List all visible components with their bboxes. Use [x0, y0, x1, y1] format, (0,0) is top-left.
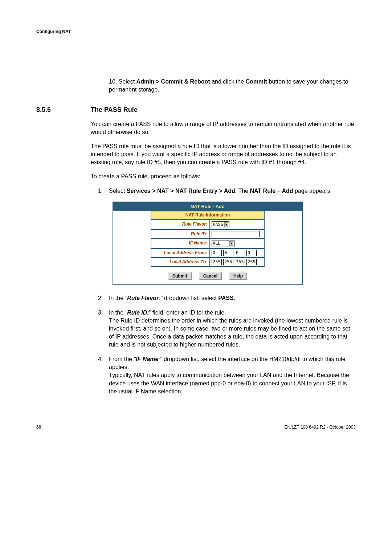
if-name-value: ALL	[213, 241, 221, 246]
step-3: 3. In the "Rule ID:" field, enter an ID …	[98, 309, 356, 349]
rule-flavor-value: PASS	[213, 222, 223, 227]
s1d: NAT Rule – Add	[250, 188, 293, 194]
from-oct-1[interactable]: 0	[212, 250, 222, 256]
section-number: 8.5.6	[36, 106, 91, 114]
running-header: Configuring NAT	[36, 29, 356, 34]
footer-right: EN/LZT 108 6492 R2 - October 2003	[284, 425, 356, 430]
s2d: PASS	[218, 295, 233, 301]
s1c: . The	[235, 188, 250, 194]
step-2: 2. In the "Rule Flavor:" dropdown list, …	[98, 294, 356, 302]
row-addr-to: Local Address To: 255 255 255 255	[151, 257, 264, 266]
dialog-buttons: Submit Cancel Help	[113, 267, 302, 284]
s10-b2: Commit	[246, 78, 268, 85]
dialog-title: NAT Rule - Add	[113, 202, 302, 211]
row-rule-id: Rule ID:	[151, 229, 264, 238]
step-1: 1. Select Services > NAT > NAT Rule Entr…	[98, 187, 356, 195]
to-oct-1[interactable]: 255	[212, 259, 222, 265]
s10-prefix: 10. Select	[109, 78, 136, 85]
chevron-down-icon: ▼	[224, 222, 228, 227]
para-2: The PASS rule must be assigned a rule ID…	[91, 142, 356, 166]
rule-id-input[interactable]	[212, 231, 260, 237]
s4b: "IF Name:"	[134, 356, 162, 362]
step-4: 4. From the "IF Name:" dropdown list, se…	[98, 355, 356, 395]
step-4-num: 4.	[98, 355, 109, 395]
s3a: In the	[109, 309, 125, 316]
para-3: To create a PASS rule, proceed as follow…	[91, 173, 356, 181]
from-oct-4[interactable]: 0	[246, 250, 257, 256]
s3b: "Rule ID:"	[125, 309, 151, 316]
s2c: dropdown list, select	[162, 295, 218, 301]
s4a: From the	[109, 356, 134, 362]
from-oct-3[interactable]: 0	[235, 250, 245, 256]
submit-button[interactable]: Submit	[168, 272, 192, 280]
s1a: Select	[109, 188, 127, 194]
s2b: "Rule Flavor:"	[125, 295, 162, 301]
section-title: The PASS Rule	[91, 106, 138, 114]
step-2-num: 2.	[98, 294, 109, 302]
section-heading: 8.5.6 The PASS Rule	[36, 106, 356, 114]
s3c: field, enter an ID for the rule.	[151, 309, 226, 316]
addr-to-label: Local Address To:	[151, 258, 210, 266]
nat-rule-add-dialog: NAT Rule - Add NAT Rule Information Rule…	[113, 202, 303, 285]
row-if-name: IF Name: ALL ▼	[151, 238, 264, 248]
addr-from-label: Local Address From:	[151, 249, 210, 257]
if-name-label: IF Name:	[151, 239, 210, 248]
s1b: Services > NAT > NAT Rule Entry > Add	[127, 188, 235, 194]
help-button[interactable]: Help	[229, 272, 247, 280]
from-oct-2[interactable]: 0	[223, 250, 233, 256]
s10-b1: Admin > Commit & Reboot	[136, 78, 210, 85]
s2e: .	[234, 295, 235, 301]
cancel-button[interactable]: Cancel	[199, 272, 222, 280]
to-oct-4[interactable]: 255	[246, 259, 257, 265]
if-name-select[interactable]: ALL ▼	[212, 240, 234, 247]
page-number: 68	[36, 425, 41, 430]
s4d: Typically, NAT rules apply to communicat…	[109, 372, 349, 394]
to-oct-2[interactable]: 255	[223, 259, 233, 265]
rule-flavor-label: Rule Flavor:	[151, 220, 210, 229]
to-oct-3[interactable]: 255	[235, 259, 245, 265]
para-1: You can create a PASS rule to allow a ra…	[91, 120, 356, 136]
row-rule-flavor: Rule Flavor: PASS ▼	[151, 219, 264, 229]
s10-mid: and click the	[210, 78, 246, 85]
dialog-subtitle: NAT Rule Information	[151, 211, 264, 219]
s1e: page appears:	[293, 188, 332, 194]
page-footer: 68 EN/LZT 108 6492 R2 - October 2003	[36, 425, 356, 430]
rule-id-label: Rule ID:	[151, 230, 210, 238]
step-10: 10. Select Admin > Commit & Reboot and c…	[109, 78, 356, 93]
rule-flavor-select[interactable]: PASS ▼	[212, 221, 229, 228]
step-3-num: 3.	[98, 309, 109, 349]
row-addr-from: Local Address From: 0 0 0 0	[151, 248, 264, 257]
s3d: The Rule ID determines the order in whic…	[109, 317, 350, 348]
step-1-num: 1.	[98, 187, 109, 195]
s2a: In the	[109, 295, 125, 301]
chevron-down-icon: ▼	[229, 241, 233, 246]
